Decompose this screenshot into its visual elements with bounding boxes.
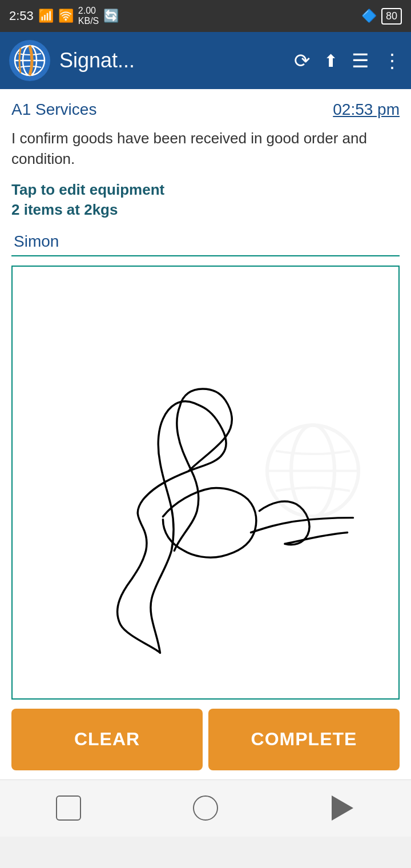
menu-icon[interactable]: ☰ xyxy=(352,49,369,72)
wifi-icon: 🛜 xyxy=(58,9,74,23)
complete-button[interactable]: COMPLETE xyxy=(208,709,400,770)
items-info-text: 2 items at 2kgs xyxy=(11,201,400,219)
status-right: 🔷 80 xyxy=(361,8,402,25)
history-icon[interactable]: ⟳ xyxy=(294,49,310,72)
button-row: CLEAR COMPLETE xyxy=(11,700,400,779)
sync-icon: 🔄 xyxy=(103,9,119,23)
nav-home-button[interactable] xyxy=(188,791,223,825)
signal-icon: 📶 xyxy=(38,9,54,23)
nav-back-button[interactable] xyxy=(51,791,86,825)
speed-indicator: 2.00KB/S xyxy=(78,6,99,26)
signature-drawing xyxy=(13,267,398,698)
app-bar-icons: ⟳ ⬆︎ ☰ ⋮ xyxy=(294,49,402,72)
confirm-text: I confirm goods have been received in go… xyxy=(11,128,400,170)
edit-equipment-text[interactable]: Tap to edit equipment xyxy=(11,181,400,199)
app-bar: Signat... ⟳ ⬆︎ ☰ ⋮ xyxy=(0,32,411,89)
nav-triangle-icon xyxy=(332,795,353,821)
time-value: 02:53 pm xyxy=(333,101,400,119)
company-name: A1 Services xyxy=(11,101,96,119)
nav-square-icon xyxy=(56,795,81,821)
clear-button[interactable]: CLEAR xyxy=(11,709,203,770)
name-input[interactable] xyxy=(11,228,400,256)
more-vert-icon[interactable]: ⋮ xyxy=(382,49,402,72)
nav-bar xyxy=(0,779,411,837)
time-display: 2:53 xyxy=(9,9,34,23)
bluetooth-icon: 🔷 xyxy=(361,9,377,23)
app-logo xyxy=(9,40,50,81)
app-title: Signat... xyxy=(59,49,285,73)
main-content: A1 Services 02:53 pm I confirm goods hav… xyxy=(0,89,411,779)
nav-circle-icon xyxy=(193,795,218,821)
status-left: 2:53 📶 🛜 2.00KB/S 🔄 xyxy=(9,6,119,26)
share-icon[interactable]: ⬆︎ xyxy=(324,51,338,71)
status-bar: 2:53 📶 🛜 2.00KB/S 🔄 🔷 80 xyxy=(0,0,411,32)
battery-indicator: 80 xyxy=(381,8,402,25)
signature-pad[interactable] xyxy=(11,266,400,700)
name-input-container xyxy=(11,228,400,256)
header-row: A1 Services 02:53 pm xyxy=(11,101,400,119)
nav-recent-button[interactable] xyxy=(325,791,360,825)
